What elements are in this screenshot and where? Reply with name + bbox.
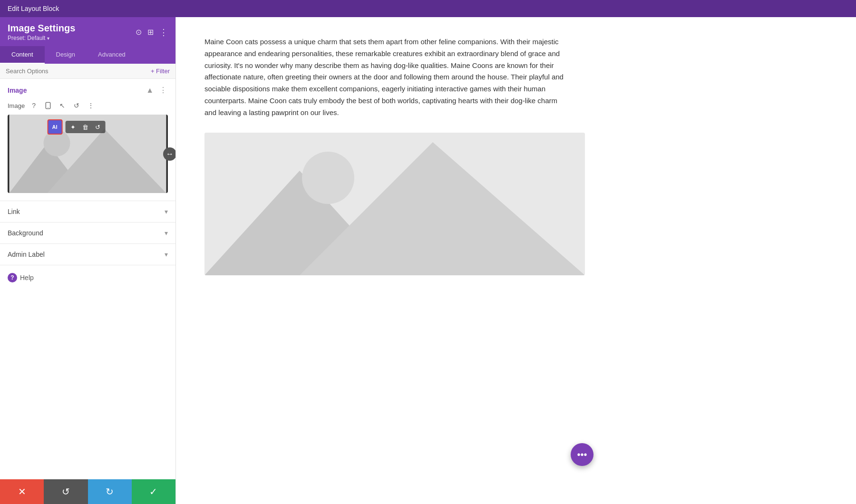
help-section: ? Help [0, 265, 175, 290]
image-section-header: Image ▲ ⋮ [8, 85, 168, 96]
more-options-icon[interactable]: ⋮ [159, 27, 168, 38]
background-section-header[interactable]: Background ▾ [8, 229, 168, 237]
image-section-more[interactable]: ⋮ [158, 85, 168, 96]
filter-button[interactable]: + Filter [151, 68, 170, 75]
image-section-controls: ▲ ⋮ [145, 85, 168, 96]
ai-button[interactable]: AI [47, 119, 62, 135]
svg-rect-0 [46, 102, 50, 108]
preview-mini-toolbar: ✦ 🗑 ↺ [65, 121, 105, 133]
star-icon[interactable]: ✦ [68, 122, 78, 132]
admin-label-section-header[interactable]: Admin Label ▾ [8, 251, 168, 258]
close-button[interactable]: ✕ [0, 479, 44, 504]
redo-button[interactable]: ↻ [88, 479, 132, 504]
refresh-icon[interactable]: ↺ [93, 122, 102, 132]
main-content: Maine Coon cats possess a unique charm t… [176, 17, 856, 504]
cursor-icon[interactable]: ↖ [57, 100, 68, 111]
sidebar-header-text: Image Settings Preset: Default ▾ [8, 23, 75, 41]
svg-point-9 [302, 152, 354, 204]
tab-design[interactable]: Design [45, 46, 87, 64]
background-chevron-icon: ▾ [165, 229, 168, 237]
device-icon[interactable] [43, 100, 53, 111]
delete-icon[interactable]: 🗑 [80, 122, 90, 132]
more-icon[interactable]: ⋮ [86, 100, 96, 111]
link-section-header[interactable]: Link ▾ [8, 208, 168, 215]
image-section: Image ▲ ⋮ Image ? ↖ ↺ ⋮ [0, 85, 175, 193]
image-section-title: Image [8, 87, 27, 94]
main-layout: Image Settings Preset: Default ▾ ⊙ ⊞ ⋮ C… [0, 17, 856, 504]
background-section: Background ▾ [0, 222, 175, 243]
help-circle-icon: ? [8, 273, 17, 282]
top-bar-title: Edit Layout Block [8, 5, 59, 12]
admin-label-section: Admin Label ▾ [0, 243, 175, 265]
preset-arrow-icon: ▾ [47, 36, 49, 41]
link-chevron-icon: ▾ [165, 208, 168, 215]
link-section: Link ▾ [0, 201, 175, 222]
link-section-title: Link [8, 208, 20, 215]
image-toolbar: Image ? ↖ ↺ ⋮ [8, 100, 168, 111]
preview-overlay-toolbar: AI ✦ 🗑 ↺ [47, 119, 105, 135]
admin-label-section-title: Admin Label [8, 251, 45, 258]
background-section-title: Background [8, 229, 43, 237]
image-section-collapse[interactable]: ▲ [145, 85, 155, 96]
reset-icon[interactable]: ↺ [71, 100, 82, 111]
large-image-placeholder [204, 133, 585, 275]
resize-handle[interactable]: ↔ [163, 147, 175, 161]
help-label[interactable]: Help [20, 274, 34, 281]
image-toolbar-label: Image [8, 102, 25, 109]
sidebar-header-row: Image Settings Preset: Default ▾ ⊙ ⊞ ⋮ [8, 23, 168, 41]
focus-icon[interactable]: ⊙ [136, 28, 142, 37]
tabs: Content Design Advanced [0, 46, 175, 64]
sidebar-content: Image ▲ ⋮ Image ? ↖ ↺ ⋮ [0, 79, 175, 479]
undo-button[interactable]: ↺ [44, 479, 88, 504]
search-row: + Filter [0, 64, 175, 79]
save-button[interactable]: ✓ [132, 479, 175, 504]
columns-icon[interactable]: ⊞ [147, 28, 154, 37]
search-input[interactable] [6, 68, 151, 75]
fab-button[interactable]: ••• [571, 443, 593, 466]
image-preview[interactable]: AI ✦ 🗑 ↺ [8, 115, 168, 193]
sidebar-header: Image Settings Preset: Default ▾ ⊙ ⊞ ⋮ [0, 17, 175, 46]
tab-content[interactable]: Content [0, 46, 45, 64]
sidebar-title: Image Settings [8, 23, 75, 34]
sidebar-header-actions: ⊙ ⊞ ⋮ [136, 27, 168, 38]
top-bar: Edit Layout Block [0, 0, 856, 17]
article-text: Maine Coon cats possess a unique charm t… [204, 36, 566, 118]
sidebar-preset[interactable]: Preset: Default ▾ [8, 35, 75, 41]
tab-advanced[interactable]: Advanced [87, 46, 137, 64]
image-preview-container: AI ✦ 🗑 ↺ ↔ [8, 115, 168, 193]
admin-label-chevron-icon: ▾ [165, 251, 168, 258]
sidebar: Image Settings Preset: Default ▾ ⊙ ⊞ ⋮ C… [0, 17, 176, 504]
bottom-bar: ✕ ↺ ↻ ✓ [0, 479, 175, 504]
help-icon[interactable]: ? [29, 100, 39, 111]
